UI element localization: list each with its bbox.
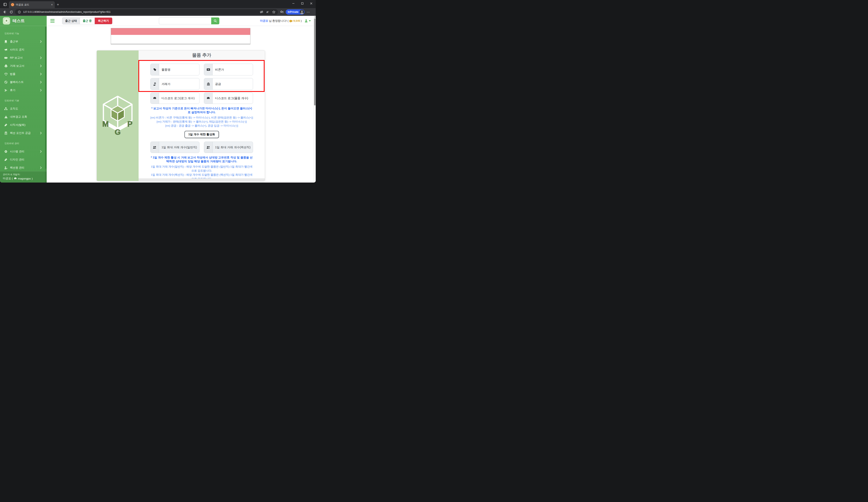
maximize-button[interactable] (298, 0, 307, 7)
beacon-price-input[interactable] (213, 64, 253, 75)
card-form-panel: 물품 추가 (138, 51, 265, 181)
browser-window: 마공포 코드 × + 127.0.0.1:8080/service/intran… (0, 0, 316, 182)
admin-developer-name: 마공포 ( magongpo ) (3, 177, 44, 180)
attendance-state-badge: 출근 중 (80, 18, 95, 24)
sidebar-item-faction-points[interactable]: 팩션 포인트 공급 (3, 129, 44, 137)
sidebar-item-vacation[interactable]: 휴가 (3, 86, 44, 94)
megaphone-icon (4, 48, 8, 51)
window-controls (289, 0, 316, 7)
sidebar-scrollbar-thumb[interactable] (45, 27, 46, 169)
sidebar-item-design-admin[interactable]: 디자인 관리 (3, 156, 44, 164)
trade-price-input[interactable] (159, 78, 199, 90)
chevron-right-icon (40, 56, 42, 59)
sidebar-brand[interactable]: 테스트 (0, 16, 46, 26)
money-bill-icon (204, 64, 213, 75)
discord-icon (151, 93, 159, 104)
tab-close-icon[interactable]: × (51, 3, 53, 7)
plane-icon (4, 89, 8, 92)
minimize-button[interactable] (289, 0, 298, 7)
tag-icon (151, 64, 159, 75)
back-icon[interactable] (2, 9, 7, 14)
gamepad-icon (4, 56, 8, 59)
site-info-icon[interactable] (17, 10, 21, 14)
chevron-right-icon (40, 132, 42, 134)
sidebar-section-intranet-features: 인트라넷 기능 (4, 32, 43, 35)
sidebar-item-attendance[interactable]: 출근부 (3, 38, 44, 46)
chevron-right-icon (40, 89, 42, 92)
coin-stack-icon (289, 19, 293, 22)
browser-url-bar: 127.0.0.1:8080/service/intranet/admin/fu… (0, 8, 316, 16)
inprivate-badge[interactable]: InPrivate (286, 9, 304, 14)
sidebar-item-org-chart[interactable]: 조직도 (3, 105, 44, 113)
daily-max-faction-input[interactable] (213, 142, 253, 153)
sidebar-item-blacklist[interactable]: 블랙리스트 (3, 78, 44, 86)
daily-limit-toggle-button[interactable]: 1일 개수 제한 활성화 (184, 131, 219, 138)
sidebar-section-intranet-admin: 인트라넷 관리 (4, 142, 43, 145)
daily-max-faction-group (204, 142, 253, 153)
user-name: 마공포 (260, 19, 268, 23)
note-line: [ex) 공금 : 공금 출금 -> 플러스(+), 공금 입금 -> 마이너스… (150, 124, 253, 128)
sidebar-item-side-notice[interactable]: 사이드 공지 (3, 46, 44, 54)
discord-item-count-input[interactable] (213, 93, 253, 104)
card-header: 물품 추가 (138, 51, 265, 60)
search-input[interactable] (159, 18, 211, 24)
admin-developer-label: 관리자 & 개발자: (3, 173, 44, 176)
note-line: * 1일 개수 제한 활성 시 거래 보고서 작성에서 상대방 고유번호 작성 … (150, 156, 253, 163)
profile-avatar (300, 10, 304, 14)
price-direction-notes: * 보고서 작성자 기준으로 돈이 빠져나가면 마이너스(-), 돈이 들어오면… (150, 106, 253, 128)
hamburger-menu-icon[interactable] (50, 18, 56, 23)
svg-text:A: A (266, 11, 268, 13)
user-gear-icon (4, 166, 8, 169)
sidebar-item-law[interactable]: 법률 (3, 70, 44, 78)
page-scrollbar-thumb[interactable] (314, 18, 316, 105)
sidebar-item-system-admin[interactable]: 시스템 관리 (3, 147, 44, 156)
coins-icon (4, 132, 8, 135)
favorites-bar-icon[interactable] (279, 9, 285, 14)
daily-max-normal-input[interactable] (159, 142, 199, 153)
new-tab-button[interactable]: + (57, 3, 59, 7)
gear-icon (4, 150, 8, 153)
close-window-button[interactable] (307, 0, 316, 7)
sidebar-item-rp-report[interactable]: RP 보고서 (3, 54, 44, 62)
chevron-right-icon (40, 150, 42, 153)
public-fund-group (204, 78, 253, 90)
account-menu[interactable] (304, 19, 311, 23)
browser-tab[interactable]: 마공포 코드 × (9, 1, 55, 8)
tab-title: 마공포 코드 (16, 3, 49, 7)
public-fund-input[interactable] (213, 78, 253, 90)
sidebar: 테스트 인트라넷 기능 출근부 사이드 공지 RP 보고서 (0, 16, 46, 182)
scroll-up-arrow[interactable] (314, 16, 316, 18)
chevron-right-icon (40, 65, 42, 67)
clock-out-button[interactable]: 퇴근하기 (95, 18, 112, 24)
note-line: 1일 최대 거래 개수(일반직) : 해당 개수에 도달한 물품은 (일반직) … (150, 165, 253, 173)
page-scrollbar[interactable] (313, 16, 316, 182)
attendance-group: 출근 상태 출근 중 퇴근하기 (62, 18, 112, 24)
card-title: 물품 추가 (192, 52, 211, 58)
sitemap-icon (4, 107, 8, 110)
points-value: 9,545 (293, 19, 300, 22)
favorite-star-icon[interactable] (271, 10, 276, 14)
attendance-status-label: 출근 상태 (62, 18, 80, 24)
pink-header-bar (111, 28, 250, 35)
address-field[interactable]: 127.0.0.1:8080/service/intranet/admin/fu… (15, 9, 278, 15)
refresh-icon[interactable] (9, 9, 14, 14)
sidebar-item-resignation[interactable]: 사직서(탈퇴) (3, 121, 44, 129)
site-favicon (11, 3, 14, 6)
read-aloud-icon[interactable]: A (265, 10, 270, 14)
add-item-form: * 보고서 작성자 기준으로 돈이 빠져나가면 마이너스(-), 돈이 들어오면… (138, 60, 265, 181)
item-name-input[interactable] (159, 64, 199, 75)
discord-log-count-input[interactable] (159, 93, 199, 104)
url-text: 127.0.0.1:8080/service/intranet/admin/fu… (23, 11, 258, 13)
sidebar-item-trade-report[interactable]: 거래 보고서 (3, 62, 44, 70)
sidebar-item-warning-lookup[interactable]: 내부경고 조회 (3, 113, 44, 121)
scales-icon (4, 72, 8, 76)
sidebar-scrollbar[interactable] (45, 27, 46, 182)
tracking-prevention-icon[interactable] (259, 10, 264, 14)
chevron-right-icon (40, 73, 42, 75)
sidebar-item-member-admin[interactable]: 팩션원 관리 (3, 164, 44, 172)
browser-menu-icon[interactable]: ⋯ (307, 10, 310, 14)
partial-table-box (111, 28, 250, 44)
search-button[interactable] (211, 18, 219, 24)
tab-layout-icon[interactable] (2, 2, 8, 7)
card-footer-strip (138, 178, 265, 181)
